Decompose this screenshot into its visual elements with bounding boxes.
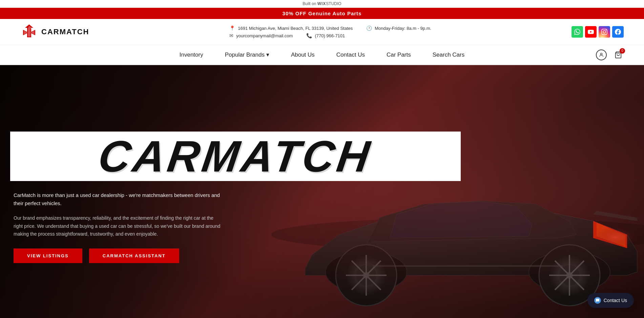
contact-float-label: Contact Us: [604, 298, 627, 303]
nav-inventory[interactable]: Inventory: [169, 45, 214, 64]
hours-item: 🕐 Monday-Friday: 8a.m - 9p.m.: [366, 25, 431, 31]
promo-text: 30% OFF Genuine Auto Parts: [283, 11, 362, 16]
cart-badge: 0: [620, 48, 625, 54]
nav-about-us-label: About Us: [291, 52, 315, 58]
nav-right-actions: 0: [596, 49, 624, 60]
header-contact-info: 📍 1691 Michigan Ave, Miami Beach, FL 331…: [229, 25, 431, 38]
youtube-icon[interactable]: [585, 26, 597, 38]
chat-icon: [594, 297, 601, 304]
cart-icon[interactable]: 0: [613, 49, 624, 60]
wix-topbar: Built on WIXSTUDIO: [0, 0, 644, 8]
address-item: 📍 1691 Michigan Ave, Miami Beach, FL 331…: [229, 25, 353, 31]
hero-buttons: VIEW LISTINGS CARMATCH ASSISTANT: [14, 249, 224, 263]
chevron-down-icon: ▾: [266, 51, 269, 58]
clock-icon: 🕐: [366, 25, 372, 31]
email-icon: ✉: [229, 33, 233, 38]
header-info-row-1: 📍 1691 Michigan Ave, Miami Beach, FL 331…: [229, 25, 431, 31]
nav-search-cars-label: Search Cars: [433, 52, 464, 58]
address-text: 1691 Michigan Ave, Miami Beach, FL 33139…: [238, 26, 353, 31]
nav-contact-us-label: Contact Us: [336, 52, 365, 58]
logo-icon: [20, 23, 38, 41]
hero-brand-box: CARMATCH: [10, 132, 461, 181]
main-nav: Inventory Popular Brands ▾ About Us Cont…: [0, 45, 644, 65]
email-text: yourcompanymail@mail.com: [236, 33, 293, 38]
nav-contact-us[interactable]: Contact Us: [326, 45, 376, 64]
site-header: CARMATCH 📍 1691 Michigan Ave, Miami Beac…: [0, 19, 644, 45]
social-icons-group: [572, 26, 624, 38]
logo-text: CARMATCH: [41, 27, 89, 36]
carmatch-assistant-button[interactable]: CARMATCH ASSISTANT: [89, 249, 179, 263]
nav-popular-brands-label: Popular Brands: [225, 52, 265, 58]
hero-paragraph-2: Our brand emphasizes transparency, relia…: [14, 214, 224, 238]
wix-suffix: STUDIO: [326, 1, 341, 6]
wix-brand: WIX: [317, 1, 326, 6]
nav-popular-brands[interactable]: Popular Brands ▾: [214, 45, 280, 64]
view-listings-button[interactable]: VIEW LISTINGS: [14, 249, 82, 263]
email-item: ✉ yourcompanymail@mail.com: [229, 33, 293, 38]
hero-brand-text: CARMATCH: [96, 134, 375, 178]
nav-search-cars[interactable]: Search Cars: [422, 45, 475, 64]
phone-icon: 📞: [306, 33, 312, 38]
hero-content: CarMatch is more than just a used car de…: [0, 181, 237, 263]
user-account-icon[interactable]: [596, 49, 607, 60]
svg-point-2: [600, 53, 602, 55]
whatsapp-icon[interactable]: [572, 26, 583, 38]
phone-text: (770) 966-7101: [315, 33, 345, 38]
contact-float-button[interactable]: Contact Us: [587, 293, 634, 308]
logo-area[interactable]: CARMATCH: [20, 23, 89, 41]
nav-car-parts-label: Car Parts: [387, 52, 411, 58]
hero-section: CARMATCH CarMatch is more than just a us…: [0, 65, 644, 318]
nav-car-parts[interactable]: Car Parts: [376, 45, 422, 64]
instagram-icon[interactable]: [599, 26, 610, 38]
hero-paragraph-1: CarMatch is more than just a used car de…: [14, 191, 224, 207]
hours-text: Monday-Friday: 8a.m - 9p.m.: [375, 26, 431, 31]
nav-inventory-label: Inventory: [180, 52, 203, 58]
header-info-row-2: ✉ yourcompanymail@mail.com 📞 (770) 966-7…: [229, 33, 431, 38]
wix-prefix: Built on: [303, 1, 317, 6]
promo-bar: 30% OFF Genuine Auto Parts: [0, 8, 644, 19]
facebook-icon[interactable]: [612, 26, 624, 38]
location-icon: 📍: [229, 25, 235, 31]
nav-about-us[interactable]: About Us: [280, 45, 326, 64]
phone-item: 📞 (770) 966-7101: [306, 33, 345, 38]
